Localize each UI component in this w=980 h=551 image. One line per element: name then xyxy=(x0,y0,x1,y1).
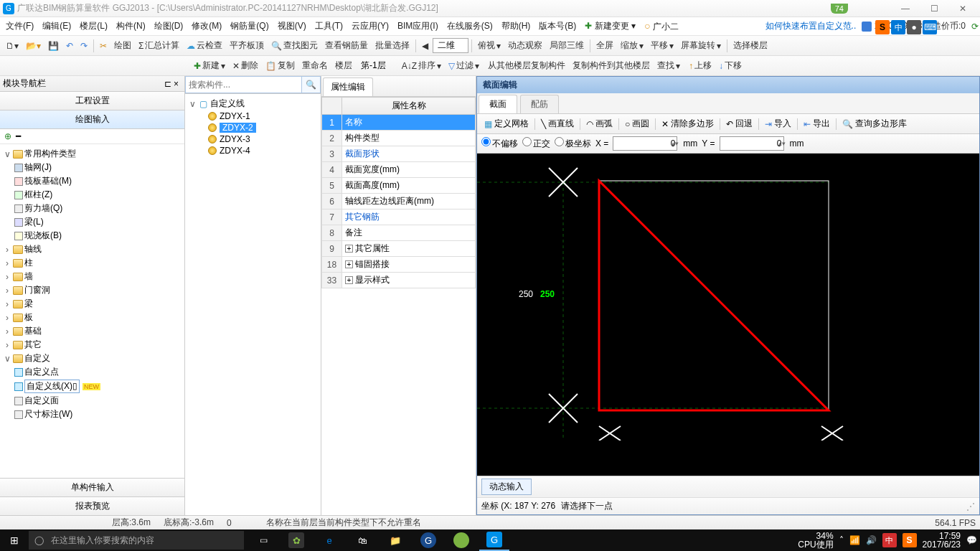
nav-btab-report[interactable]: 报表预览 xyxy=(0,496,184,515)
sum-button[interactable]: Σ 汇总计算 xyxy=(136,38,182,53)
tree-item-slab[interactable]: 现浇板(B) xyxy=(13,229,183,242)
minimize-button[interactable]: — xyxy=(891,4,920,14)
sort-button[interactable]: A↓Z 排序▾ xyxy=(399,58,444,73)
taskbar-explorer[interactable]: 📁 xyxy=(380,529,410,551)
comp-item-3[interactable]: ZDYX-3 xyxy=(207,133,319,145)
menu-component[interactable]: 构件(N) xyxy=(112,19,150,34)
define-grid-button[interactable]: ▦定义网格 xyxy=(481,116,532,131)
notification-badge[interactable]: 74 xyxy=(831,4,848,14)
nav-btab-single[interactable]: 单构件输入 xyxy=(0,478,184,496)
taskbar-app-3[interactable] xyxy=(446,529,476,551)
view-rebar-button[interactable]: 查看钢筋量 xyxy=(322,38,371,53)
y-input[interactable] xyxy=(720,136,784,151)
tree-item-shearwall[interactable]: 剪力墙(Q) xyxy=(13,202,183,215)
new-change-button[interactable]: ✚ 新建变更 ▾ xyxy=(580,19,640,34)
tree-custom-point[interactable]: 自定义点 xyxy=(13,365,183,379)
comp-item-4[interactable]: ZDYX-4 xyxy=(207,145,319,156)
menu-tools[interactable]: 工具(T) xyxy=(311,19,347,34)
export-button[interactable]: ⇤ 导出 xyxy=(801,116,833,131)
tree-cat-beam[interactable]: ›梁 xyxy=(1,297,183,311)
floating-ime[interactable]: S 中 ● ⌨ xyxy=(875,20,937,34)
floor-dropdown[interactable]: 第-1层 xyxy=(357,59,396,72)
filter-button[interactable]: ▽ 过滤▾ xyxy=(446,58,482,73)
editor-tab-rebar[interactable]: 配筋 xyxy=(520,95,559,113)
nav-tab-project[interactable]: 工程设置 xyxy=(0,92,184,110)
tray-clock[interactable]: 17:592017/6/23 xyxy=(923,532,961,549)
tray-ime-s[interactable]: S xyxy=(903,533,917,547)
select-floor-button[interactable]: 选择楼层 xyxy=(730,38,771,53)
pan-button[interactable]: 平移▾ xyxy=(648,38,677,53)
start-button[interactable]: ⊞ xyxy=(0,534,29,546)
query-library-button[interactable]: 🔍 查询多边形库 xyxy=(839,116,910,131)
tree-custom-dim[interactable]: 尺寸标注(W) xyxy=(13,408,183,421)
tree-cat-wall[interactable]: ›墙 xyxy=(1,270,183,283)
prop-anchor[interactable]: +锚固搭接 xyxy=(342,257,476,273)
comp-root[interactable]: ∨▢自定义线 xyxy=(187,97,319,110)
taskbar-app-current[interactable]: G xyxy=(479,529,509,551)
menu-draw[interactable]: 绘图(D) xyxy=(150,19,188,34)
tree-cat-column[interactable]: ›柱 xyxy=(1,256,183,270)
prop-display[interactable]: +显示样式 xyxy=(342,273,476,288)
new-file-icon[interactable]: 🗋▾ xyxy=(3,39,22,52)
tree-cat-opening[interactable]: ›门窗洞 xyxy=(1,283,183,297)
find-element-button[interactable]: 🔍 查找图元 xyxy=(268,38,321,53)
taskbar-app-2[interactable]: G xyxy=(413,529,443,551)
open-file-icon[interactable]: 📂▾ xyxy=(23,39,44,52)
menu-help[interactable]: 帮助(H) xyxy=(497,19,535,34)
tray-ime-cn[interactable]: 中 xyxy=(882,533,897,547)
expand-all-icon[interactable]: ⊕ xyxy=(4,131,11,141)
nav-close-icon[interactable]: ⊏ × xyxy=(161,79,182,89)
tree-cat-slab[interactable]: ›板 xyxy=(1,311,183,324)
prop-height[interactable]: 截面高度(mm) xyxy=(342,178,476,194)
tree-root-common[interactable]: ∨常用构件类型 xyxy=(1,147,183,161)
align-top-button[interactable]: 平齐板顶 xyxy=(227,38,267,53)
new-component-button[interactable]: ✚ 新建▾ xyxy=(191,58,228,73)
prop-other[interactable]: +其它属性 xyxy=(342,241,476,257)
menu-view[interactable]: 视图(V) xyxy=(273,19,311,34)
maximize-button[interactable]: ☐ xyxy=(920,4,948,14)
import-button[interactable]: ⇥ 导入 xyxy=(762,116,794,131)
cloud-check-button[interactable]: ☁ 云检查 xyxy=(184,38,225,53)
menu-rebar[interactable]: 钢筋量(Q) xyxy=(226,19,273,34)
tray-notifications-icon[interactable]: 💬 xyxy=(966,535,977,545)
redo-icon[interactable]: ↷ xyxy=(77,39,90,52)
fullscreen-button[interactable]: 全屏 xyxy=(593,38,616,53)
prop-shape[interactable]: 截面形状 xyxy=(342,146,476,162)
zoom-button[interactable]: 缩放▾ xyxy=(618,38,646,53)
undo-polygon-button[interactable]: ↶ 回退 xyxy=(723,116,755,131)
resize-grip-icon[interactable]: ⋰ xyxy=(966,501,975,512)
draw-arc-button[interactable]: ◠ 画弧 xyxy=(583,116,616,131)
taskbar-store[interactable]: 🛍 xyxy=(347,529,377,551)
user-avatar[interactable]: ○ 广小二 xyxy=(640,19,683,34)
prop-rebar[interactable]: 其它钢筋 xyxy=(342,209,476,225)
tray-volume-icon[interactable]: 🔊 xyxy=(866,535,877,545)
menu-modify[interactable]: 修改(M) xyxy=(187,19,226,34)
rename-button[interactable]: 重命名 xyxy=(299,58,331,73)
menu-floor[interactable]: 楼层(L) xyxy=(75,19,112,34)
menu-bim[interactable]: BIM应用(I) xyxy=(393,19,443,34)
prop-remark[interactable]: 备注 xyxy=(342,225,476,241)
tree-item-raft[interactable]: 筏板基础(M) xyxy=(13,174,183,188)
tray-up-icon[interactable]: ˄ xyxy=(839,535,844,545)
menu-file[interactable]: 文件(F) xyxy=(1,19,38,34)
prop-tab[interactable]: 属性编辑 xyxy=(323,77,373,96)
tree-custom-line[interactable]: 自定义线(X)▯NEW xyxy=(13,379,183,394)
delete-button[interactable]: ✕ 删除 xyxy=(230,58,261,73)
orbit-button[interactable]: 动态观察 xyxy=(505,38,545,53)
draw-button[interactable]: 绘图 xyxy=(111,38,134,53)
close-button[interactable]: ✕ xyxy=(948,4,977,14)
copy-from-floor-button[interactable]: 从其他楼层复制构件 xyxy=(485,58,568,73)
taskbar-edge[interactable]: e xyxy=(314,529,344,551)
save-icon[interactable]: 💾 xyxy=(45,39,62,52)
batch-select-button[interactable]: 批量选择 xyxy=(372,38,413,53)
find-button[interactable]: 查找▾ xyxy=(654,58,683,73)
scissors-icon[interactable]: ✂ xyxy=(97,39,110,52)
task-view-icon[interactable]: ▭ xyxy=(248,529,278,551)
menu-cloud[interactable]: 云应用(Y) xyxy=(347,19,393,34)
undo-icon[interactable]: ↶ xyxy=(63,39,76,52)
menu-online[interactable]: 在线服务(S) xyxy=(443,19,497,34)
taskbar-search[interactable]: ◯ 在这里输入你要搜索的内容 xyxy=(29,531,244,550)
clear-polygon-button[interactable]: ✕ 清除多边形 xyxy=(659,116,717,131)
prop-type[interactable]: 构件类型 xyxy=(342,131,476,146)
local-3d-button[interactable]: 局部三维 xyxy=(547,38,587,53)
